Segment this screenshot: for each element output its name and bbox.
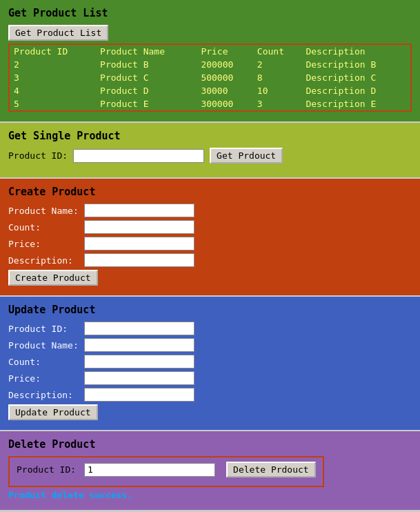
create-field-input-1[interactable] — [84, 220, 194, 234]
create-product-title: Create Product — [8, 186, 412, 198]
table-cell-description: Description B — [301, 58, 411, 71]
update-field-input-4[interactable] — [84, 388, 194, 402]
update-field-row: Product ID: — [8, 322, 412, 335]
create-field-input-0[interactable] — [84, 204, 194, 217]
get-single-product-title: Get Single Product — [8, 130, 412, 142]
table-header-row: Product ID Product Name Price Count Desc… — [9, 44, 411, 58]
table-cell-description: Description C — [301, 71, 411, 84]
table-cell-description: Description D — [301, 84, 411, 97]
table-cell-id: 5 — [9, 97, 96, 111]
table-cell-id: 2 — [9, 58, 96, 71]
delete-product-section: Delete Product Product ID: Delete Prdouc… — [0, 431, 420, 510]
table-cell-price: 30000 — [197, 84, 252, 97]
update-field-input-3[interactable] — [84, 371, 194, 385]
table-cell-count: 10 — [253, 84, 302, 97]
col-header-price: Price — [197, 44, 252, 58]
get-product-list-section: Get Product List Get Product List Produc… — [0, 0, 420, 121]
update-field-label-1: Product Name: — [8, 340, 84, 351]
delete-product-outline: Product ID: Delete Prdouct — [8, 456, 324, 487]
delete-product-id-input[interactable] — [84, 463, 215, 477]
table-row: 2Product B2000002Description B — [9, 58, 411, 71]
table-cell-price: 300000 — [197, 97, 252, 111]
table-cell-name: Product B — [96, 58, 197, 71]
table-row: 3Product C5000008Description C — [9, 71, 411, 84]
create-field-input-2[interactable] — [84, 237, 194, 250]
get-single-product-row: Product ID: Get Prdouct — [8, 148, 412, 164]
create-field-input-3[interactable] — [84, 253, 194, 267]
update-product-section: Update Product Product ID:Product Name:C… — [0, 297, 420, 430]
delete-success-message: Product delete success. — [8, 490, 412, 500]
create-field-label-1: Count: — [8, 222, 84, 233]
table-cell-description: Description E — [301, 97, 411, 111]
table-cell-price: 200000 — [197, 58, 252, 71]
get-product-list-title: Get Product List — [8, 7, 412, 19]
col-header-id: Product ID — [9, 44, 96, 58]
create-field-label-0: Product Name: — [8, 206, 84, 216]
table-row: 4Product D3000010Description D — [9, 84, 411, 97]
update-field-row: Count: — [8, 355, 412, 368]
table-cell-count: 3 — [253, 97, 302, 111]
create-field-row: Price: — [8, 237, 412, 250]
update-field-input-0[interactable] — [84, 322, 194, 335]
update-field-row: Price: — [8, 371, 412, 385]
update-field-row: Description: — [8, 388, 412, 402]
delete-product-id-label: Product ID: — [17, 464, 76, 475]
update-field-input-2[interactable] — [84, 355, 194, 368]
table-cell-id: 3 — [9, 71, 96, 84]
update-field-label-0: Product ID: — [8, 324, 84, 334]
table-row: 5Product E3000003Description E — [9, 97, 411, 111]
update-field-label-2: Count: — [8, 357, 84, 367]
table-cell-count: 8 — [253, 71, 302, 84]
update-field-row: Product Name: — [8, 338, 412, 352]
update-product-button[interactable]: Update Product — [8, 404, 98, 420]
create-field-row: Count: — [8, 220, 412, 234]
product-table: Product ID Product Name Price Count Desc… — [8, 43, 412, 112]
create-product-button[interactable]: Create Product — [8, 270, 98, 286]
get-product-list-button[interactable]: Get Product List — [8, 25, 108, 41]
update-field-label-4: Description: — [8, 390, 84, 400]
table-cell-price: 500000 — [197, 71, 252, 84]
delete-product-row: Product ID: Delete Prdouct — [17, 462, 316, 477]
table-cell-name: Product C — [96, 71, 197, 84]
update-field-input-1[interactable] — [84, 338, 194, 352]
table-cell-name: Product E — [96, 97, 197, 111]
col-header-desc: Description — [301, 44, 411, 58]
create-field-label-3: Description: — [8, 255, 84, 266]
table-cell-count: 2 — [253, 58, 302, 71]
col-header-name: Product Name — [96, 44, 197, 58]
create-field-row: Description: — [8, 253, 412, 267]
get-single-product-button[interactable]: Get Prdouct — [210, 148, 283, 164]
col-header-count: Count — [253, 44, 302, 58]
table-cell-name: Product D — [96, 84, 197, 97]
table-cell-id: 4 — [9, 84, 96, 97]
create-field-row: Product Name: — [8, 204, 412, 217]
create-field-label-2: Price: — [8, 239, 84, 249]
delete-product-button[interactable]: Delete Prdouct — [226, 462, 316, 477]
get-single-product-section: Get Single Product Product ID: Get Prdou… — [0, 123, 420, 177]
update-field-label-3: Price: — [8, 373, 84, 384]
get-single-product-id-input[interactable] — [73, 149, 204, 163]
update-product-title: Update Product — [8, 304, 412, 316]
delete-product-title: Delete Product — [8, 438, 412, 451]
get-single-product-id-label: Product ID: — [8, 150, 68, 161]
create-product-section: Create Product Product Name:Count:Price:… — [0, 179, 420, 295]
